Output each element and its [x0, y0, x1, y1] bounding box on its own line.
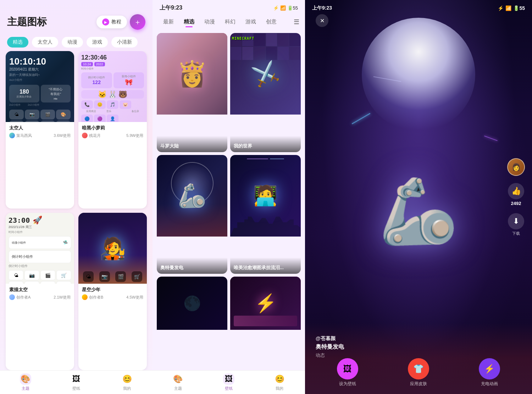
- space-usage-count: 3.6W使用: [54, 133, 71, 138]
- theme-card-sketch[interactable]: 23:00 🚀 2022/11/28 周三 时间小组件 动漫小组件 🛸 倒计时小…: [6, 213, 74, 370]
- filter-tab-dongman[interactable]: 动漫: [62, 37, 83, 48]
- panel-theme-icons: 主题图标 ▶ 教程 ＋ 精选 太空人 动漫 游戏 小清新 10:10:10 20…: [0, 0, 153, 394]
- tutorial-button[interactable]: ▶ 教程: [96, 16, 127, 28]
- nav-kehuan[interactable]: 科幻: [220, 16, 240, 27]
- nav-chuangyi[interactable]: 创意: [261, 16, 282, 27]
- theme-card-anime-boy[interactable]: 🧑‍🎤 🌤 📷 🎬 🛒 星空少年 创作者B 4.5W使用: [78, 213, 147, 370]
- nav-item-mine[interactable]: 😊 我的: [102, 373, 153, 391]
- theme-nav-icon: 🎨: [20, 373, 31, 385]
- ultraman-img: 🦾: [157, 155, 227, 237]
- panel2-nav-theme[interactable]: 🎨 主题: [153, 373, 203, 391]
- set-wallpaper-icon: 🖼: [337, 358, 358, 379]
- lightning-img: ⚡: [230, 277, 301, 330]
- kuromi-widgets-row: 倒计时小组件 122 装饰小组件 🎀: [81, 72, 144, 88]
- apply-skin-icon: 👕: [408, 358, 429, 379]
- like-action[interactable]: 👍 2492: [508, 183, 524, 206]
- anime-boy-author-name: 创作者B: [89, 295, 103, 300]
- sketch-widgets: 动漫小组件 🛸 倒计时小组件 倒计时小组件: [9, 236, 71, 268]
- sketch-usage-count: 2.1W使用: [54, 295, 71, 300]
- sketch-author-row: 创作者A 2.1W使用: [9, 294, 71, 300]
- signal-icon: 📶: [280, 5, 286, 11]
- panel2-nav-mine[interactable]: 😊 我的: [254, 373, 305, 391]
- wallpaper-card-dark1[interactable]: 🌑: [157, 277, 227, 367]
- charging-anim-btn[interactable]: ⚡ 充电动画: [454, 358, 525, 387]
- panel1-title: 主题图标: [7, 15, 47, 29]
- kuromi-author-avatar: [82, 133, 88, 138]
- filter-tab-xiaoqingxin[interactable]: 小清新: [111, 37, 138, 48]
- filter-tab-taikong[interactable]: 太空人: [32, 37, 58, 48]
- sketch-author-name: 创作者A: [16, 295, 31, 300]
- panel3-status: 上午9:23 ⚡ 📶 🔋55: [305, 5, 532, 11]
- nav-jingxuan[interactable]: 精选: [179, 16, 199, 27]
- set-wallpaper-btn[interactable]: 🖼 设为壁纸: [312, 358, 383, 387]
- dark1-emoji: 🌑: [183, 295, 201, 312]
- panel2-nav: 最新 精选 动漫 科幻 游戏 创意 ☰: [153, 13, 305, 30]
- nav-more-icon[interactable]: ☰: [294, 18, 299, 26]
- panel2-bottom-nav: 🎨 主题 🖼 壁纸 😊 我的: [153, 370, 305, 394]
- p3-battery-icon: 🔋55: [513, 5, 525, 11]
- wallpaper-card-ultraman[interactable]: 🦾 奥特曼发电: [157, 155, 227, 274]
- kuromi-icons2: 🔵 🟣 👤: [81, 115, 144, 122]
- anime-boy-theme-info: 星空少年 创作者B 4.5W使用: [78, 284, 147, 303]
- wallpaper-card-anime-city[interactable]: 🧑‍💻 唯美治愈潮图承担流泪...: [230, 155, 301, 274]
- filter-tab-youxi[interactable]: 游戏: [87, 37, 108, 48]
- themes-grid: 10:10:10 2020/04/21 星期六 新的一天继续加油吗~ 4x2小组…: [0, 51, 153, 370]
- nav-dongman[interactable]: 动漫: [199, 16, 220, 27]
- close-button[interactable]: ✕: [316, 14, 328, 27]
- kuromi-year-tag: 2022: [94, 62, 105, 66]
- ultraman-emoji: 🦾: [178, 182, 206, 209]
- space-icons: 🌤 📷 🎬 🎨: [9, 110, 71, 120]
- kuromi-icons: 📞 😊 🎵 🐷: [81, 100, 144, 109]
- apply-skin-label: 应用皮肤: [410, 381, 427, 387]
- author-name: @苍暮颜: [316, 335, 504, 342]
- wallpaper-card-lightning[interactable]: ⚡: [230, 277, 301, 367]
- kuromi-theme-name: 暗黑小萝莉: [82, 125, 143, 131]
- author-avatar[interactable]: 👩: [507, 158, 525, 176]
- space-date: 2020/04/21 星期六: [9, 67, 71, 72]
- space-preview: 10:10:10 2020/04/21 星期六 新的一天继续加油吗~ 4x2小组…: [6, 51, 74, 122]
- theme-card-space[interactable]: 10:10:10 2020/04/21 星期六 新的一天继续加油吗~ 4x2小组…: [6, 51, 74, 209]
- city-figure-emoji: 🧑‍💻: [253, 184, 278, 207]
- panel3-bottom-info: @苍暮颜 奥特曼发电 动态: [316, 335, 504, 359]
- nav-zuixin[interactable]: 最新: [158, 16, 179, 27]
- wallpaper-card-minecraft[interactable]: MINECRAFT ⚔️ 我的世界: [230, 33, 301, 152]
- anime-boy-author-avatar: [82, 294, 88, 300]
- nav-item-wallpaper[interactable]: 🖼 壁纸: [51, 373, 101, 391]
- panel3-time: 上午9:23: [312, 5, 332, 11]
- theme-nav-label: 主题: [22, 386, 29, 391]
- sketch-icons: 🌤 📷 🎬 🛒: [9, 270, 71, 280]
- panel2-status-icons: ⚡ 📶 🔋55: [273, 5, 298, 11]
- filter-tabs: 精选 太空人 动漫 游戏 小清新: [0, 33, 153, 51]
- lightning-emoji: ⚡: [255, 293, 277, 313]
- download-action[interactable]: ⬇ 下载: [508, 213, 524, 236]
- anime-boy-usage-count: 4.5W使用: [126, 295, 143, 300]
- wallpaper-card-anime-girl[interactable]: 👸 斗罗大陆: [157, 33, 227, 152]
- mine-nav-icon: 😊: [121, 373, 133, 385]
- wallpaper-nav-label: 壁纸: [72, 386, 80, 391]
- theme-card-kuromi[interactable]: 12:30:46 10.24 2022 时间小组件 倒计时小组件 122 装饰小…: [78, 51, 147, 209]
- nav-youxi[interactable]: 游戏: [240, 16, 261, 27]
- apply-skin-btn[interactable]: 👕 应用皮肤: [383, 358, 454, 387]
- panel3-status-icons: ⚡ 📶 🔋55: [498, 5, 525, 11]
- ultraman-label: 奥特曼发电: [157, 257, 227, 274]
- close-icon: ✕: [320, 17, 325, 24]
- kuromi-author-info: 残花月: [82, 133, 101, 138]
- anime-boy-preview: 🧑‍🎤 🌤 📷 🎬 🛒: [78, 213, 147, 284]
- kuromi-author-row: 残花月 5.9W使用: [82, 133, 143, 138]
- minecraft-label: 我的世界: [230, 136, 301, 152]
- filter-tab-jingxuan[interactable]: 精选: [7, 37, 28, 48]
- kuromi-widget-countdown: 倒计时小组件 122: [81, 72, 112, 88]
- dark1-img: 🌑: [157, 277, 227, 330]
- space-author-avatar: [9, 133, 15, 138]
- sketch-date: 2022/11/28 周三: [9, 225, 71, 229]
- p2-theme-nav-label: 主题: [174, 386, 182, 391]
- wallpaper-tags: 动态: [316, 352, 504, 359]
- fab-button[interactable]: ＋: [130, 14, 145, 30]
- charging-label: 充电动画: [481, 381, 498, 387]
- like-icon: 👍: [508, 183, 524, 199]
- kuromi-theme-info: 暗黑小萝莉 残花月 5.9W使用: [78, 122, 147, 141]
- panel2-nav-wallpaper[interactable]: 🖼 壁纸: [203, 373, 254, 391]
- nav-item-theme[interactable]: 🎨 主题: [0, 373, 51, 391]
- space-icons-row2: 🛒 📱 ⚙️ 👤: [9, 121, 71, 122]
- p2-theme-nav-icon: 🎨: [172, 373, 184, 385]
